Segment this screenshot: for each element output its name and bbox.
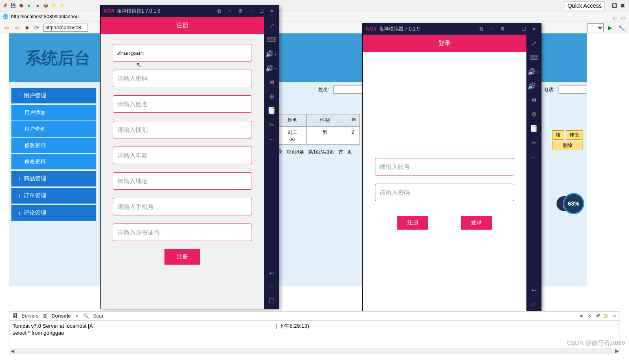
sidebar-item-change-pwd[interactable]: 修改密码: [11, 138, 96, 153]
sidebar-section-comment[interactable]: +评论管理: [11, 205, 96, 221]
emu1-maximize-icon[interactable]: ☐: [258, 8, 265, 14]
expand-icon[interactable]: ⤢: [269, 22, 274, 29]
volume-down-icon[interactable]: 🔊−: [265, 64, 277, 72]
network-widget[interactable]: ↑ 1.2K/s ↓ 8.7K/s 63%: [557, 196, 584, 211]
scroll-left-icon[interactable]: ◀: [9, 348, 15, 354]
emu1-titlebar[interactable]: NOX 夜神模拟器1 7.0.1.9 ⧉ ≡ ⚙ − ☐ ✕: [101, 5, 279, 17]
horizontal-scrollbar[interactable]: ◀ ▶: [9, 348, 620, 354]
console-min-icon[interactable]: ▭: [611, 312, 617, 319]
net-percent[interactable]: 63%: [563, 193, 584, 214]
display-icon[interactable]: 🖥: [268, 79, 275, 86]
scroll-right-icon[interactable]: ▶: [614, 348, 620, 354]
expand-icon[interactable]: ⤢: [531, 39, 537, 47]
refresh-button[interactable]: ⟳: [33, 24, 41, 31]
home-icon[interactable]: ⌂: [270, 283, 274, 291]
keyboard-icon[interactable]: ⌨: [267, 36, 276, 44]
recent-icon[interactable]: ☐: [269, 297, 274, 305]
delete-button[interactable]: 删除: [552, 141, 583, 150]
go-button[interactable]: ▶: [606, 24, 614, 31]
volume-up-icon[interactable]: 🔊+: [528, 68, 539, 76]
page-first[interactable]: 首: [338, 149, 343, 156]
volume-down-icon[interactable]: 🔊−: [528, 82, 539, 90]
sidebar-item-change-info[interactable]: 修改资料: [11, 154, 96, 169]
tab-search[interactable]: Sear: [93, 313, 103, 319]
login-register-button[interactable]: 注册: [397, 216, 428, 230]
register-phone-input[interactable]: [113, 198, 252, 215]
edit-button[interactable]: 修改: [566, 130, 583, 140]
sidebar-section-order[interactable]: +订单管理: [11, 188, 96, 204]
emu1-settings-icon[interactable]: ⚙: [237, 8, 244, 14]
login-password-input[interactable]: [375, 184, 514, 201]
wand-icon[interactable]: ✨: [59, 2, 65, 9]
pkg-icon[interactable]: 📦: [42, 2, 49, 9]
more-icon[interactable]: ⋯: [268, 135, 275, 143]
back-icon[interactable]: ↩: [531, 286, 537, 294]
pin-icon[interactable]: 📌: [2, 2, 8, 9]
review-button[interactable]: 核: [552, 130, 564, 140]
login-login-button[interactable]: 登录: [461, 216, 492, 230]
minimize-icon[interactable]: ▢: [611, 15, 618, 21]
console-scroll-icon[interactable]: 📜: [603, 312, 609, 319]
add-icon[interactable]: ⊕: [269, 92, 274, 100]
emu2-maximize-icon[interactable]: ☐: [520, 26, 527, 32]
register-username-input[interactable]: [113, 44, 252, 61]
scissors-icon[interactable]: ✂: [269, 121, 274, 129]
page-last[interactable]: 页: [347, 149, 352, 156]
keyboard-icon[interactable]: ⌨: [529, 54, 539, 61]
emu2-close-icon[interactable]: ✕: [530, 26, 538, 32]
quick-access[interactable]: Quick Access: [565, 1, 605, 10]
run-icon[interactable]: ▶: [26, 2, 33, 9]
register-password-input[interactable]: [113, 70, 252, 87]
url-select[interactable]: [587, 23, 604, 32]
sidebar-item-user-add[interactable]: 用户添加: [11, 105, 96, 121]
emu2-menu-icon[interactable]: ≡: [488, 26, 495, 32]
forward-button[interactable]: ⇨: [13, 24, 21, 31]
register-submit-button[interactable]: 注册: [164, 249, 200, 265]
perspective2-icon[interactable]: 🔳: [619, 2, 626, 9]
stop-button[interactable]: ■: [24, 24, 30, 31]
console-body[interactable]: Tomcat v7.0 Server at localhost [A| 下午8:…: [9, 321, 620, 338]
register-idcard-input[interactable]: [113, 224, 252, 241]
stop-icon[interactable]: ■: [34, 2, 41, 9]
browser-tab[interactable]: http://localhost:8080/tianlanhou: [11, 14, 79, 20]
folder-icon[interactable]: 📁: [50, 2, 57, 9]
scissors-icon[interactable]: ✂: [531, 139, 537, 147]
sidebar-section-user[interactable]: −用户管理: [11, 88, 96, 103]
back-icon[interactable]: ↩: [269, 269, 274, 277]
sidebar-section-goods[interactable]: +商品管理: [11, 171, 96, 186]
emu1-menu-icon[interactable]: ≡: [226, 8, 233, 14]
tab-servers[interactable]: Servers: [22, 313, 38, 319]
display-icon[interactable]: 🖥: [530, 96, 537, 104]
emu1-close-icon[interactable]: ✕: [268, 8, 276, 14]
emu2-minimize-icon[interactable]: −: [509, 26, 517, 32]
home-icon[interactable]: ⌂: [532, 300, 536, 308]
emu1-minimize-icon[interactable]: −: [247, 8, 254, 14]
emu2-titlebar[interactable]: NOX 夜神模拟器 7.0.1.9 ⧉ ≡ ⚙ − ☐ ✕: [363, 23, 541, 35]
tab-console[interactable]: Console: [51, 313, 70, 319]
console-clear-icon[interactable]: ✕: [586, 312, 593, 319]
maximize-icon[interactable]: ▭: [619, 15, 626, 21]
back-button[interactable]: ⇦: [2, 24, 11, 31]
filter-phone-input[interactable]: [559, 86, 587, 94]
debug-icon[interactable]: 🐞: [18, 2, 24, 9]
register-address-input[interactable]: [113, 172, 252, 190]
save-icon[interactable]: 💾: [10, 2, 16, 9]
perspective-icon[interactable]: 🔲: [611, 2, 618, 9]
register-gender-input[interactable]: [113, 121, 252, 138]
sidebar-item-user-query[interactable]: 用户查询: [11, 121, 96, 137]
emu1-multi-icon[interactable]: ⧉: [215, 8, 223, 14]
layers-icon[interactable]: 📑: [267, 107, 276, 114]
browser-menu-icon[interactable]: 🔧: [616, 24, 627, 31]
register-name-input[interactable]: [113, 95, 252, 113]
add-icon[interactable]: ⊕: [531, 110, 537, 118]
console-stop-icon[interactable]: ■: [578, 312, 585, 319]
register-age-input[interactable]: [113, 147, 252, 164]
login-account-input[interactable]: [375, 158, 514, 175]
emu2-settings-icon[interactable]: ⚙: [499, 26, 506, 32]
emu2-multi-icon[interactable]: ⧉: [478, 26, 485, 32]
url-input[interactable]: [43, 24, 88, 32]
layers-icon[interactable]: 📑: [530, 125, 538, 132]
console-pin-icon[interactable]: 📌: [594, 312, 601, 319]
volume-up-icon[interactable]: 🔊+: [265, 50, 277, 58]
more-icon[interactable]: ⋯: [530, 153, 537, 161]
